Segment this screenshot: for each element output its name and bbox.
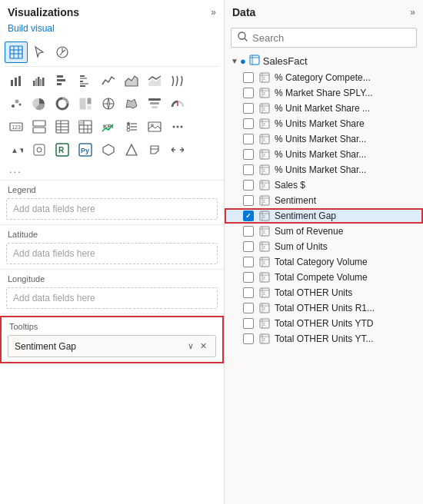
field-type-icon: Σ (258, 225, 271, 237)
tree-checkbox[interactable] (243, 241, 254, 252)
tree-checkbox[interactable] (243, 72, 254, 83)
line-chart-icon[interactable] (97, 70, 120, 91)
tree-item[interactable]: Σ % Category Compete... (225, 70, 423, 85)
kpi-icon[interactable]: KPI (97, 116, 120, 138)
fields-section: Legend Add data fields here Latitude Add… (0, 181, 224, 504)
custom-4-icon[interactable] (143, 139, 166, 161)
arrows-icon[interactable] (166, 139, 189, 161)
slicer-icon[interactable] (120, 116, 143, 138)
scatter-chart-icon[interactable] (5, 93, 28, 114)
funnel-chart-icon[interactable] (143, 93, 166, 114)
card-icon[interactable]: 123 (5, 116, 28, 138)
custom-3-icon[interactable] (120, 139, 143, 161)
longitude-drop-zone[interactable]: Add data fields here (6, 287, 218, 309)
svg-marker-22 (125, 76, 138, 86)
multi-row-card-icon[interactable] (28, 116, 51, 138)
tree-checkbox[interactable] (243, 195, 254, 206)
tree-checkbox[interactable] (243, 149, 254, 160)
tree-item[interactable]: Σ Sum of Units (225, 239, 423, 254)
tree-checkbox[interactable] (243, 118, 254, 129)
tooltips-expand-btn[interactable]: ∨ (185, 340, 196, 352)
salesfact-root[interactable]: ▼ ● SalesFact (225, 52, 423, 70)
tooltips-label: Tooltips (2, 317, 222, 333)
tree-checkbox[interactable] (243, 211, 254, 221)
tree-item[interactable]: Σ Total OTHER Units YTD (225, 316, 423, 331)
r-visual-icon[interactable]: R (51, 139, 74, 161)
svg-rect-33 (148, 98, 161, 101)
matrix-icon[interactable] (74, 116, 97, 138)
tree-checkbox[interactable] (243, 103, 254, 114)
table-matrix-icon[interactable] (5, 41, 28, 63)
clustered-bar-h-icon[interactable] (74, 70, 97, 91)
right-panel-expand-icon[interactable]: » (410, 7, 415, 18)
legend-drop-zone[interactable]: Add data fields here (6, 198, 218, 220)
tree-checkbox[interactable] (243, 134, 254, 144)
table-icon[interactable] (51, 116, 74, 138)
tooltips-remove-btn[interactable]: ✕ (198, 340, 209, 352)
field-type-icon: Σ (258, 317, 271, 330)
tree-item[interactable]: Σ Sentiment Gap (225, 208, 423, 224)
tree-checkbox[interactable] (243, 272, 254, 283)
left-panel-expand-icon[interactable]: » (211, 7, 216, 18)
tree-item[interactable]: Σ Total OTHER Units R1... (225, 300, 423, 316)
tree-checkbox[interactable] (243, 226, 254, 237)
tree-checkbox[interactable] (243, 180, 254, 191)
svg-point-53 (127, 122, 130, 125)
tree-item[interactable]: Σ Sentiment (225, 193, 423, 208)
tree-item[interactable]: Σ Total OTHER Units YT... (225, 331, 423, 346)
tree-checkbox[interactable] (243, 303, 254, 313)
search-input[interactable] (252, 32, 410, 44)
svg-rect-77 (250, 55, 259, 65)
tree-item[interactable]: Σ % Units Market Shar... (225, 147, 423, 162)
vis-icon-row-1 (5, 70, 219, 91)
area-chart-icon[interactable] (120, 70, 143, 91)
field-type-icon: Σ (258, 71, 271, 84)
tree-checkbox[interactable] (243, 164, 254, 175)
search-box[interactable] (231, 28, 417, 48)
stacked-bar-h-icon[interactable] (51, 70, 74, 91)
clustered-col-icon[interactable] (28, 70, 51, 91)
tree-checkbox[interactable] (243, 287, 254, 298)
tree-item[interactable]: Σ Total OTHER Units (225, 285, 423, 300)
tree-item[interactable]: Σ Total Category Volume (225, 254, 423, 270)
tree-item[interactable]: Σ % Units Market Shar... (225, 131, 423, 147)
gauge-chart-icon[interactable] (166, 93, 189, 114)
svg-marker-71 (103, 144, 114, 155)
cursor-icon[interactable] (28, 41, 51, 63)
image-icon[interactable] (143, 116, 166, 138)
tree-item[interactable]: Σ Sum of Revenue (225, 224, 423, 239)
tree-checkbox[interactable] (243, 257, 254, 267)
tree-item[interactable]: Σ % Market Share SPLY... (225, 85, 423, 101)
tree-checkbox[interactable] (243, 318, 254, 329)
tree-item[interactable]: Σ % Unit Market Share ... (225, 101, 423, 116)
line-area-combo-icon[interactable] (143, 70, 166, 91)
waterfall-icon[interactable]: ▲▼ (5, 139, 28, 161)
tree-checkbox[interactable] (243, 88, 254, 98)
field-type-icon: Σ (258, 102, 271, 114)
tree-item[interactable]: Σ % Units Market Share (225, 116, 423, 131)
tree-item[interactable]: Σ Total Compete Volume (225, 270, 423, 285)
more-visuals-icon[interactable] (166, 116, 189, 138)
tree-checkbox[interactable] (243, 333, 254, 344)
map-icon[interactable] (97, 93, 120, 114)
pie-chart-icon[interactable] (28, 93, 51, 114)
tooltips-drop-zone[interactable]: Sentiment Gap ∨ ✕ (8, 335, 216, 357)
custom-1-icon[interactable] (28, 139, 51, 161)
ribbon-chart-icon[interactable] (166, 70, 189, 91)
tree-item[interactable]: Σ Sales $ (225, 177, 423, 193)
field-type-icon: Σ (258, 256, 271, 268)
latitude-drop-zone[interactable]: Add data fields here (6, 243, 218, 264)
svg-rect-9 (33, 81, 35, 86)
build-visual-label[interactable]: Build visual (0, 22, 224, 38)
tree-item-label: Total OTHER Units YT... (275, 333, 373, 344)
analytics-icon[interactable] (51, 41, 74, 63)
treemap-icon[interactable] (74, 93, 97, 114)
filled-map-icon[interactable] (120, 93, 143, 114)
custom-2-icon[interactable] (97, 139, 120, 161)
tree-item[interactable]: Σ % Units Market Shar... (225, 162, 423, 177)
svg-text:Σ: Σ (263, 291, 265, 296)
stacked-col-icon[interactable] (5, 70, 28, 91)
donut-chart-icon[interactable] (51, 93, 74, 114)
field-type-icon: Σ (258, 287, 271, 299)
python-visual-icon[interactable]: Py (74, 139, 97, 161)
